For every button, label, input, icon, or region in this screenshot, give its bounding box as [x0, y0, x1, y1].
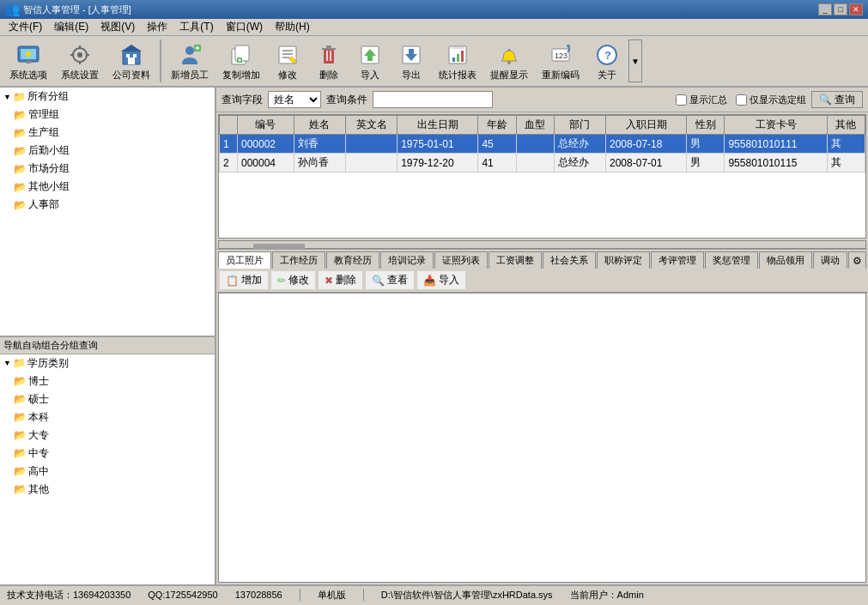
company-icon [118, 41, 145, 69]
tree-item-4[interactable]: 📂 市场分组 [0, 160, 215, 178]
show-selected-checkbox-group[interactable]: 仅显示选定组 [736, 94, 806, 106]
show-summary-checkbox-group[interactable]: 显示汇总 [676, 94, 727, 106]
tab-import-button[interactable]: 📥 导入 [417, 271, 465, 289]
tool-system-settings[interactable]: 系统设置 [55, 38, 105, 85]
menu-file[interactable]: 文件(F) [3, 19, 47, 35]
tab-delete-button[interactable]: ✖ 删除 [319, 271, 362, 289]
tree-item-0[interactable]: ▼ 📁 所有分组 [0, 88, 215, 106]
nav-tree-item-1[interactable]: 📂 博士 [0, 372, 215, 390]
menu-ops[interactable]: 操作 [142, 19, 173, 35]
search-button[interactable]: 🔍 查询 [811, 91, 863, 108]
tab-9[interactable]: 奖惩管理 [705, 251, 758, 269]
search-condition-input[interactable] [373, 91, 493, 108]
col-id: 编号 [238, 116, 294, 135]
copy-add-icon [228, 41, 255, 69]
nav-tree-item-0[interactable]: ▼ 📁 学历类别 [0, 354, 215, 372]
left-panel: ▼ 📁 所有分组📂 管理组📂 生产组📂 后勤小组📂 市场分组📂 其他小组📂 人事… [0, 88, 216, 584]
recode-icon: 123 [547, 41, 574, 69]
status-divider-2 [363, 589, 364, 601]
tool-reports[interactable]: 统计报表 [433, 38, 483, 85]
menu-view[interactable]: 视图(V) [95, 19, 140, 35]
tab-4[interactable]: 证照列表 [434, 251, 488, 269]
menu-edit[interactable]: 编辑(E) [49, 19, 94, 35]
cell-blood [516, 135, 554, 154]
tool-delete[interactable]: 删除 [309, 38, 349, 85]
tabs-more-button[interactable]: ⚙ [848, 251, 866, 269]
folder-icon: 📂 [14, 127, 27, 139]
tabs-more-icon: ⚙ [853, 255, 862, 267]
col-seq [220, 116, 238, 135]
menu-help[interactable]: 帮助(H) [270, 19, 315, 35]
menu-window[interactable]: 窗口(W) [221, 19, 268, 35]
new-employee-icon [176, 41, 203, 69]
cell-blood [516, 154, 554, 172]
folder-icon: 📂 [14, 145, 27, 157]
tool-recode[interactable]: 123 重新编码 [536, 38, 586, 85]
tab-2[interactable]: 教育经历 [326, 251, 379, 269]
nav-tree-item-7[interactable]: 📂 其他 [0, 481, 215, 499]
col-birth: 出生日期 [398, 116, 478, 135]
show-selected-checkbox[interactable] [736, 94, 747, 106]
tool-export[interactable]: 导出 [392, 38, 431, 85]
tab-5[interactable]: 工资调整 [489, 251, 542, 269]
tree-item-6[interactable]: 📂 人事部 [0, 196, 215, 214]
tool-new-employee[interactable]: 新增员工 [165, 38, 215, 85]
tab-10[interactable]: 物品领用 [759, 251, 812, 269]
table-row[interactable]: 1 000002 刘香 1975-01-01 45 总经办 2008-07-18… [220, 135, 865, 154]
search-field-select[interactable]: 姓名 编号 部门 英文名 [268, 91, 321, 108]
search-condition-label: 查询条件 [326, 93, 367, 107]
tool-company[interactable]: 公司资料 [106, 38, 156, 85]
tab-add-button[interactable]: 📋 增加 [220, 271, 268, 289]
cell-birth: 1975-01-01 [398, 135, 478, 154]
nav-tree-item-4[interactable]: 📂 大专 [0, 427, 215, 445]
svg-rect-41 [461, 51, 464, 62]
show-summary-label: 显示汇总 [689, 94, 727, 106]
tab-view-button[interactable]: 🔍 查看 [366, 271, 414, 289]
tab-view-icon: 🔍 [372, 275, 385, 287]
menu-tools[interactable]: 工具(T) [174, 19, 218, 35]
nav-tree-item-3[interactable]: 📂 本科 [0, 408, 215, 427]
nav-tree-item-6[interactable]: 📂 高中 [0, 463, 215, 481]
tool-reminder[interactable]: 提醒显示 [484, 38, 534, 85]
tree-item-2[interactable]: 📂 生产组 [0, 124, 215, 142]
tool-system-options[interactable]: 系统选项 [3, 38, 53, 85]
tool-edit[interactable]: 修改 [268, 38, 307, 85]
col-gender: 性别 [687, 116, 725, 135]
cell-card: 955801010111 [725, 135, 827, 154]
toolbar-more-button[interactable]: ▼ [628, 39, 642, 82]
show-summary-checkbox[interactable] [676, 94, 687, 106]
restore-button[interactable]: □ [834, 3, 847, 15]
tool-copy-add[interactable]: 复制增加 [216, 38, 266, 85]
tab-1[interactable]: 工作经历 [272, 251, 325, 269]
col-entry: 入职日期 [606, 116, 687, 135]
tab-8[interactable]: 考评管理 [651, 251, 704, 269]
table-hscroll[interactable] [218, 240, 866, 249]
folder-icon: 📂 [14, 411, 27, 423]
nav-tree-item-5[interactable]: 📂 中专 [0, 445, 215, 463]
tool-import[interactable]: 导入 [350, 38, 390, 85]
cell-id: 000002 [238, 135, 294, 154]
tabs-bar: 员工照片工作经历教育经历培训记录证照列表工资调整社会关系职称评定考评管理奖惩管理… [216, 249, 868, 269]
tab-11[interactable]: 调动 [813, 251, 847, 269]
main-area: ▼ 📁 所有分组📂 管理组📂 生产组📂 后勤小组📂 市场分组📂 其他小组📂 人事… [0, 88, 868, 584]
tab-edit-button[interactable]: ✏ 修改 [271, 271, 315, 289]
tree-item-5[interactable]: 📂 其他小组 [0, 178, 215, 196]
nav-tree-item-2[interactable]: 📂 硕士 [0, 390, 215, 408]
tree-item-1[interactable]: 📂 管理组 [0, 106, 215, 124]
col-blood: 血型 [516, 116, 554, 135]
tab-7[interactable]: 职称评定 [597, 251, 650, 269]
tab-6[interactable]: 社会关系 [543, 251, 596, 269]
tab-3[interactable]: 培训记录 [380, 251, 434, 269]
table-row[interactable]: 2 000004 孙尚香 1979-12-20 41 总经办 2008-07-0… [220, 154, 865, 172]
minimize-button[interactable]: _ [818, 3, 832, 15]
folder-icon: 📁 [13, 357, 26, 369]
status-path: D:\智信软件\智信人事管理\zxHRData.sys [381, 589, 553, 602]
tab-0[interactable]: 员工照片 [218, 251, 271, 269]
svg-rect-14 [133, 54, 137, 57]
tree-label: 所有分组 [27, 89, 69, 104]
cell-age: 45 [478, 135, 516, 154]
tool-about[interactable]: ? 关于 [587, 38, 627, 85]
folder-icon: 📂 [14, 447, 27, 459]
close-button[interactable]: ✕ [849, 3, 863, 15]
tree-item-3[interactable]: 📂 后勤小组 [0, 142, 215, 160]
